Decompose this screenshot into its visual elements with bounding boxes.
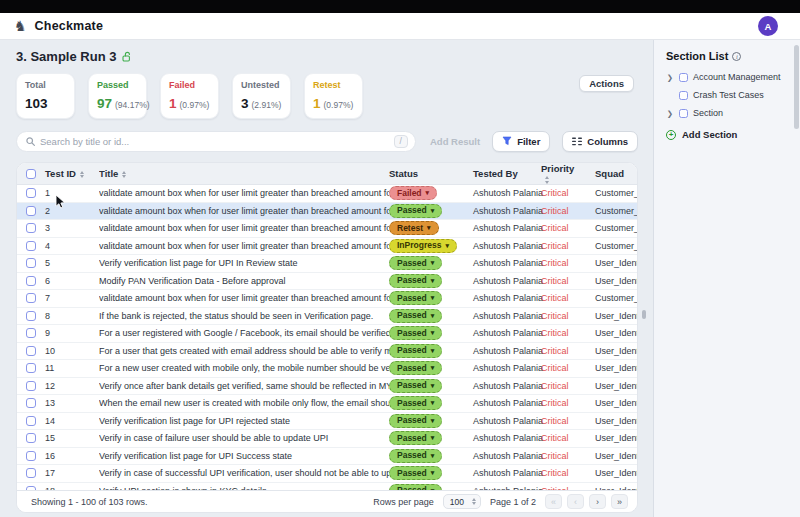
status-dropdown[interactable]: Passed▾ <box>389 256 442 270</box>
column-header-test-id[interactable]: Test ID <box>45 168 99 179</box>
table-row[interactable]: 5Verify verification list page for UPI I… <box>17 255 637 273</box>
status-dropdown[interactable]: Passed▾ <box>389 396 442 410</box>
last-page-button[interactable]: » <box>611 494 628 509</box>
row-checkbox[interactable] <box>26 258 36 268</box>
status-dropdown[interactable]: Passed▾ <box>389 431 442 445</box>
status-dropdown[interactable]: Passed▾ <box>389 484 442 491</box>
chevron-right-icon[interactable]: ❯ <box>666 109 674 118</box>
row-checkbox[interactable] <box>26 328 36 338</box>
table-row[interactable]: 4valitdate amount box when for user limi… <box>17 238 637 256</box>
table-row[interactable]: 15Verify in case of failure user should … <box>17 430 637 448</box>
table-row[interactable]: 8If the bank is rejected, the status sho… <box>17 308 637 326</box>
row-checkbox[interactable] <box>26 398 36 408</box>
section-checkbox[interactable] <box>679 109 688 118</box>
rows-per-page-select[interactable]: 100 <box>443 494 481 509</box>
table-row[interactable]: 16Verify verification list page for UPI … <box>17 448 637 466</box>
row-checkbox[interactable] <box>26 433 36 443</box>
cell-tested-by: Ashutosh Palania <box>457 293 525 303</box>
info-icon[interactable]: i <box>732 52 741 61</box>
row-checkbox[interactable] <box>26 276 36 286</box>
stat-card-passed[interactable]: Passed97(94.17%) <box>88 73 147 119</box>
actions-button[interactable]: Actions <box>579 75 634 92</box>
section-checkbox[interactable] <box>679 91 688 100</box>
cell-title: valitdate amount box when for user limit… <box>99 223 389 233</box>
table-row[interactable]: 13When the email new user is created wit… <box>17 395 637 413</box>
row-checkbox[interactable] <box>26 293 36 303</box>
status-dropdown[interactable]: Passed▾ <box>389 274 442 288</box>
status-dropdown[interactable]: Passed▾ <box>389 204 442 218</box>
row-checkbox[interactable] <box>26 416 36 426</box>
cell-test-id: 3 <box>45 223 99 233</box>
column-header-priority[interactable]: Priority <box>525 163 579 185</box>
cell-test-id: 17 <box>45 468 99 478</box>
prev-page-button[interactable]: ‹ <box>567 494 584 509</box>
cell-priority: Critical <box>525 311 579 321</box>
stat-card-total[interactable]: Total103 <box>16 73 75 119</box>
stat-label: Passed <box>97 81 138 90</box>
section-item-crash-test-cases[interactable]: Crash Test Cases <box>666 89 800 101</box>
status-dropdown[interactable]: Retest▾ <box>389 221 439 235</box>
row-checkbox[interactable] <box>26 363 36 373</box>
stat-label: Failed <box>169 81 210 90</box>
table-row[interactable]: 1valitdate amount box when for user limi… <box>17 185 637 203</box>
table-row[interactable]: 11For a new user created with mobile onl… <box>17 360 637 378</box>
first-page-button[interactable]: « <box>545 494 562 509</box>
table-row[interactable]: 3valitdate amount box when for user limi… <box>17 220 637 238</box>
stat-card-failed[interactable]: Failed1(0.97%) <box>160 73 219 119</box>
table-row[interactable]: 17Verify in case of successful UPI verif… <box>17 465 637 483</box>
table-row[interactable]: 6Modify PAN Verification Data - Before a… <box>17 273 637 291</box>
stat-card-retest[interactable]: Retest1(0.97%) <box>304 73 363 119</box>
cell-test-id: 13 <box>45 398 99 408</box>
status-dropdown[interactable]: Passed▾ <box>389 291 442 305</box>
table-scrollbar-thumb[interactable] <box>642 310 646 319</box>
cell-squad: User_Identity_Pod <box>579 276 637 286</box>
status-dropdown[interactable]: Passed▾ <box>389 361 442 375</box>
row-checkbox[interactable] <box>26 311 36 321</box>
column-header-title[interactable]: Title <box>99 168 389 179</box>
row-checkbox[interactable] <box>26 451 36 461</box>
status-dropdown[interactable]: Passed▾ <box>389 414 442 428</box>
table-row[interactable]: 12Verify once after bank details get ver… <box>17 378 637 396</box>
chevron-right-icon[interactable]: ❯ <box>666 73 674 82</box>
unlock-icon[interactable] <box>121 51 132 62</box>
status-dropdown[interactable]: Failed▾ <box>389 186 437 200</box>
row-checkbox[interactable] <box>26 346 36 356</box>
status-dropdown[interactable]: Passed▾ <box>389 326 442 340</box>
next-page-button[interactable]: › <box>589 494 606 509</box>
row-checkbox[interactable] <box>26 241 36 251</box>
add-section-label: Add Section <box>682 129 737 140</box>
filter-button[interactable]: Filter <box>492 131 550 152</box>
page-scrollbar-thumb[interactable] <box>794 45 799 129</box>
cell-priority: Critical <box>525 363 579 373</box>
status-dropdown[interactable]: InProgress▾ <box>389 239 457 253</box>
section-checkbox[interactable] <box>679 73 688 82</box>
select-all-checkbox[interactable] <box>26 169 36 179</box>
row-checkbox[interactable] <box>26 468 36 478</box>
columns-button[interactable]: Columns <box>562 131 638 152</box>
section-item-section[interactable]: ❯Section <box>666 107 800 119</box>
table-row[interactable]: 9For a user registered with Google / Fac… <box>17 325 637 343</box>
table-row[interactable]: 7valitdate amount box when for user limi… <box>17 290 637 308</box>
status-dropdown[interactable]: Passed▾ <box>389 449 442 463</box>
stat-card-untested[interactable]: Untested3(2.91%) <box>232 73 291 119</box>
status-dropdown[interactable]: Passed▾ <box>389 344 442 358</box>
table-row[interactable]: 2valitdate amount box when for user limi… <box>17 203 637 221</box>
table-row[interactable]: 14Verify verification list page for UPI … <box>17 413 637 431</box>
user-avatar[interactable]: A <box>758 16 778 36</box>
add-result-button[interactable]: Add Result <box>430 136 480 147</box>
status-dropdown[interactable]: Passed▾ <box>389 309 442 323</box>
stat-percent: (94.17%) <box>115 100 150 110</box>
row-checkbox[interactable] <box>26 188 36 198</box>
section-item-account-management[interactable]: ❯Account Management <box>666 71 800 83</box>
row-checkbox[interactable] <box>26 223 36 233</box>
row-checkbox[interactable] <box>26 486 36 490</box>
row-checkbox[interactable] <box>26 381 36 391</box>
status-dropdown[interactable]: Passed▾ <box>389 379 442 393</box>
table-row[interactable]: 10For a user that gets created with emai… <box>17 343 637 361</box>
filter-label: Filter <box>517 136 540 147</box>
search-input[interactable]: Search by title or id... / <box>16 131 416 152</box>
table-row[interactable]: 18Verify UPI section is shown in KYC det… <box>17 483 637 491</box>
status-dropdown[interactable]: Passed▾ <box>389 466 442 480</box>
row-checkbox[interactable] <box>26 206 36 216</box>
add-section-button[interactable]: + Add Section <box>666 129 800 140</box>
